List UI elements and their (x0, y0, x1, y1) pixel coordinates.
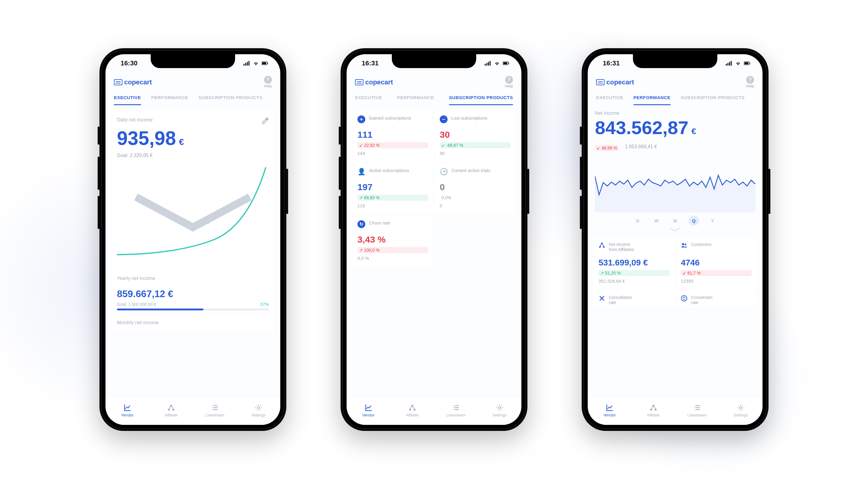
x-icon (599, 295, 605, 302)
tab-performance[interactable]: PERFORMANCE (397, 95, 434, 105)
range-q[interactable]: Q (689, 216, 699, 226)
yearly-income-card: Yearly net income 859.667,12 € Goal: 1.5… (111, 270, 274, 312)
range-picker: D W M Q Y (595, 216, 755, 226)
nav-settings[interactable]: Settings (719, 396, 762, 425)
yearly-pct: 57% (260, 302, 269, 307)
nav-vendor[interactable]: Vendor (346, 396, 390, 425)
card-lost-subscriptions[interactable]: − Lost subscriptions 30 ↙ -66,67 % 90 (435, 111, 515, 161)
card-customers[interactable]: Customers 4746 ↙ 61,7 % 12393 (676, 237, 757, 288)
svg-rect-22 (726, 64, 727, 66)
edit-icon[interactable] (261, 117, 269, 124)
svg-rect-1 (245, 63, 246, 66)
card-current-trials[interactable]: 🕒 Current active trials 0 0,0% 0 (435, 163, 515, 214)
affiliate-value: 531.699,09 € (599, 258, 669, 268)
lost-value: 30 (440, 130, 511, 140)
lost-prev: 90 (440, 151, 511, 156)
net-income-compare: 1.653.668,41 € (625, 144, 657, 149)
card-gained-subscriptions[interactable]: + Gained subscriptions 111 ↙ 22,92 % 144 (353, 111, 433, 161)
brand-logo[interactable]: copecart (596, 78, 634, 86)
yearly-amount: 859.667,12 € (117, 288, 269, 300)
active-value: 197 (357, 182, 428, 192)
tab-performance[interactable]: PERFORMANCE (151, 95, 188, 105)
battery-icon (503, 61, 509, 66)
range-d[interactable]: D (633, 216, 643, 226)
battery-icon (744, 61, 750, 66)
customers-prev: 12393 (681, 278, 752, 283)
svg-rect-6 (267, 62, 268, 64)
lost-delta: ↙ -66,67 % (440, 142, 511, 148)
affiliate-delta: ↗ 51,25 % (599, 270, 669, 276)
card-cancellation-rate[interactable]: Cancellationrate (594, 290, 674, 308)
nodes-icon (649, 404, 658, 412)
gained-prev: 144 (357, 151, 428, 156)
net-income-chart[interactable] (595, 158, 755, 212)
nav-affiliate[interactable]: Affiliate (149, 396, 193, 425)
tab-subscription[interactable]: SUBSCRIPTION PRODUCTS (449, 95, 513, 105)
customers-value: 4746 (681, 258, 752, 268)
chevron-down-icon[interactable] (669, 228, 681, 232)
tab-executive[interactable]: EXECUTIVE (355, 95, 382, 105)
active-delta: ↗ 69,83 % (357, 195, 428, 201)
range-m[interactable]: M (670, 216, 680, 226)
svg-rect-14 (490, 61, 491, 65)
trials-prev: 0 (440, 203, 511, 208)
notch (151, 54, 235, 68)
help-button[interactable]: ? Help (746, 76, 754, 88)
bottom-nav: Vendor Affiliate Livestream Settings (106, 396, 280, 425)
yearly-goal: Goal: 1.500.000,00 € (117, 302, 156, 307)
nav-affiliate[interactable]: Affiliate (390, 396, 434, 425)
help-icon: ? (264, 76, 272, 84)
nav-livestream[interactable]: Livestream (434, 396, 478, 425)
nav-vendor[interactable]: Vendor (588, 396, 632, 425)
nav-livestream[interactable]: Livestream (675, 396, 719, 425)
help-icon: ? (746, 76, 754, 84)
tab-executive[interactable]: EXECUTIVE (596, 95, 623, 105)
nav-settings[interactable]: Settings (236, 396, 280, 425)
tab-subscription[interactable]: SUBSCRIPTION PRODUCTS (199, 95, 262, 105)
tab-performance[interactable]: PERFORMANCE (634, 95, 671, 105)
churn-value: 3,43 % (357, 234, 428, 245)
chart-line-icon (364, 404, 373, 412)
brand-logo[interactable]: copecart (114, 78, 152, 86)
chart-line-icon (605, 404, 614, 412)
net-income-delta: ↙ 48,99 % (595, 145, 619, 151)
wifi-icon (494, 61, 500, 66)
tab-subscription[interactable]: SUBSCRIPTION PRODUCTS (681, 95, 745, 105)
tab-executive[interactable]: EXECUTIVE (114, 95, 141, 105)
range-y[interactable]: Y (707, 216, 718, 226)
phone-executive: 16:30 copecart ? Help EXECUTIVE (99, 48, 286, 431)
signal-icon (244, 61, 250, 66)
list-icon (210, 404, 219, 412)
status-icons (485, 61, 509, 66)
help-button[interactable]: ? Help (505, 76, 513, 88)
status-icons (244, 61, 268, 66)
card-conversion-rate[interactable]: Conversionrate (676, 290, 757, 308)
svg-rect-5 (262, 62, 266, 64)
card-active-subscriptions[interactable]: 👤 Active subscriptions 197 ↗ 69,83 % 116 (353, 163, 433, 214)
card-churn-rate[interactable]: ↻ Churn rate 3,43 % ↗ 100,0 % 0,0 % (353, 216, 433, 266)
chevron-down-icon[interactable] (117, 162, 269, 262)
svg-rect-12 (487, 63, 487, 66)
range-w[interactable]: W (651, 216, 662, 226)
svg-rect-11 (485, 64, 486, 66)
nav-livestream[interactable]: Livestream (193, 396, 236, 425)
net-income-label: Net income (595, 111, 619, 116)
monthly-label: Monthly net income (117, 320, 159, 325)
brand-logo[interactable]: copecart (355, 78, 393, 86)
phone-performance: 16:31 copecart ? Help EXECUTIVE (582, 48, 769, 431)
nav-affiliate[interactable]: Affiliate (632, 396, 675, 425)
daily-income-card: Daily net income 935,98 € Goal: 2.320,05… (111, 111, 274, 267)
help-label: Help (264, 84, 272, 88)
help-icon: ? (505, 76, 513, 84)
help-button[interactable]: ? Help (264, 76, 272, 88)
nodes-icon (167, 404, 176, 412)
trials-value: 0 (440, 182, 511, 192)
affiliate-prev: 351.528,64 € (599, 278, 669, 283)
nav-settings[interactable]: Settings (478, 396, 522, 425)
card-affiliate-income[interactable]: Net incomefrom Affiliates 531.699,09 € ↗… (594, 237, 674, 288)
daily-goal: Goal: 2.320,05 € (117, 153, 269, 158)
nav-vendor[interactable]: Vendor (106, 396, 149, 425)
gained-value: 111 (357, 130, 428, 140)
svg-rect-25 (731, 61, 732, 65)
notch (392, 54, 476, 68)
